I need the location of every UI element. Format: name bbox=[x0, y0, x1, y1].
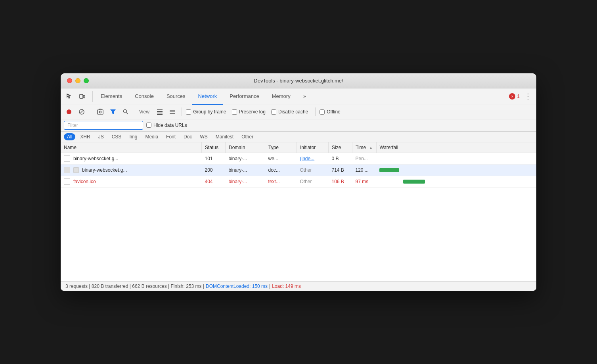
filter-other[interactable]: Other bbox=[238, 133, 256, 140]
filter-js[interactable]: JS bbox=[95, 133, 107, 140]
row-checkbox[interactable] bbox=[64, 155, 70, 162]
toolbar-separator-2 bbox=[135, 107, 135, 116]
tab-sources[interactable]: Sources bbox=[160, 88, 192, 105]
file-icon bbox=[73, 167, 79, 173]
cell-size: 106 B bbox=[329, 176, 352, 187]
svg-rect-14 bbox=[157, 114, 163, 115]
type-filter-bar: All XHR JS CSS Img Media Font Doc WS Man… bbox=[61, 132, 536, 142]
col-header-name[interactable]: Name bbox=[61, 142, 202, 153]
svg-rect-11 bbox=[157, 109, 163, 110]
view-large-button[interactable] bbox=[167, 107, 178, 117]
svg-line-6 bbox=[80, 111, 83, 113]
filter-doc[interactable]: Doc bbox=[180, 133, 195, 140]
error-icon: ✕ bbox=[509, 93, 515, 100]
cell-type: doc... bbox=[265, 164, 297, 176]
tab-memory[interactable]: Memory bbox=[266, 88, 297, 105]
load-time: Load: 149 ms bbox=[272, 284, 301, 289]
filter-all[interactable]: All bbox=[64, 133, 75, 140]
cell-name: favicon.ico bbox=[61, 176, 202, 187]
svg-line-10 bbox=[126, 113, 128, 115]
cell-size: 714 B bbox=[329, 164, 352, 176]
cell-status: 200 bbox=[202, 164, 226, 176]
status-text: 3 requests | 820 B transferred | 662 B r… bbox=[65, 284, 204, 289]
tab-console[interactable]: Console bbox=[128, 88, 160, 105]
filter-bar: Hide data URLs bbox=[61, 119, 536, 132]
svg-point-8 bbox=[100, 111, 101, 113]
filter-input[interactable] bbox=[64, 121, 143, 130]
clear-button[interactable] bbox=[77, 107, 87, 117]
cell-time: 97 ms bbox=[352, 176, 376, 187]
offline-checkbox[interactable]: Offline bbox=[320, 109, 340, 115]
table-row[interactable]: binary-websocket.g... 101 binary-... we.… bbox=[61, 153, 536, 164]
nav-tabs: Elements Console Sources Network Perform… bbox=[94, 88, 509, 105]
maximize-button[interactable] bbox=[84, 78, 89, 83]
filter-media[interactable]: Media bbox=[142, 133, 161, 140]
filter-font[interactable]: Font bbox=[163, 133, 179, 140]
cell-status: 404 bbox=[202, 176, 226, 187]
filter-manifest[interactable]: Manifest bbox=[212, 133, 237, 140]
record-button[interactable] bbox=[64, 107, 74, 117]
col-header-type[interactable]: Type bbox=[265, 142, 297, 153]
view-list-button[interactable] bbox=[155, 107, 165, 117]
svg-rect-12 bbox=[157, 111, 163, 112]
device-mode-icon[interactable] bbox=[77, 91, 88, 102]
col-header-domain[interactable]: Domain bbox=[226, 142, 265, 153]
traffic-lights bbox=[67, 78, 89, 83]
tab-more[interactable]: » bbox=[297, 88, 312, 105]
nav-bar: Elements Console Sources Network Perform… bbox=[61, 88, 536, 105]
preserve-log-checkbox[interactable]: Preserve log bbox=[232, 109, 266, 115]
inspect-element-icon[interactable] bbox=[64, 91, 75, 102]
col-header-size[interactable]: Size bbox=[329, 142, 352, 153]
cell-waterfall bbox=[376, 153, 536, 164]
table-row[interactable]: favicon.ico 404 binary-... text... Other… bbox=[61, 176, 536, 187]
svg-rect-1 bbox=[83, 95, 85, 98]
col-header-waterfall[interactable]: Waterfall bbox=[376, 142, 536, 153]
table-header-row: Name Status Domain Type Initiator bbox=[61, 142, 536, 153]
filter-xhr[interactable]: XHR bbox=[77, 133, 93, 140]
error-count: 1 bbox=[517, 94, 520, 99]
hide-data-urls-checkbox[interactable]: Hide data URLs bbox=[146, 123, 187, 128]
group-by-frame-checkbox[interactable]: Group by frame bbox=[186, 109, 226, 115]
row-checkbox[interactable] bbox=[64, 167, 70, 173]
nav-icons bbox=[64, 91, 93, 102]
status-bar: 3 requests | 820 B transferred | 662 B r… bbox=[61, 281, 536, 291]
svg-text:✕: ✕ bbox=[511, 95, 513, 98]
tab-network[interactable]: Network bbox=[192, 88, 224, 105]
col-header-initiator[interactable]: Initiator bbox=[297, 142, 329, 153]
disable-cache-checkbox[interactable]: Disable cache bbox=[271, 109, 308, 115]
toolbar-separator-3 bbox=[182, 107, 182, 116]
cell-waterfall bbox=[376, 176, 536, 187]
svg-point-9 bbox=[124, 110, 127, 113]
filter-img[interactable]: Img bbox=[126, 133, 140, 140]
table-row[interactable]: binary-websocket.g... 200 binary-... doc… bbox=[61, 164, 536, 176]
more-options-icon[interactable]: ⋮ bbox=[523, 92, 533, 101]
cell-type: we... bbox=[265, 153, 297, 164]
requests-table: Name Status Domain Type Initiator bbox=[61, 142, 536, 188]
svg-rect-13 bbox=[157, 113, 163, 113]
cell-initiator: Other bbox=[297, 176, 329, 187]
svg-rect-0 bbox=[80, 94, 83, 98]
filter-css[interactable]: CSS bbox=[109, 133, 125, 140]
cell-waterfall bbox=[376, 164, 536, 176]
cell-initiator: (inde... bbox=[297, 153, 329, 164]
cell-domain: binary-... bbox=[226, 153, 265, 164]
view-label: View: bbox=[139, 109, 151, 115]
tab-performance[interactable]: Performance bbox=[223, 88, 265, 105]
devtools-body: Elements Console Sources Network Perform… bbox=[61, 88, 536, 291]
minimize-button[interactable] bbox=[75, 78, 80, 83]
col-header-time[interactable]: Time ▲ bbox=[352, 142, 376, 153]
filter-ws[interactable]: WS bbox=[197, 133, 210, 140]
cell-time: Pen... bbox=[352, 153, 376, 164]
cell-initiator: Other bbox=[297, 164, 329, 176]
filter-button[interactable] bbox=[108, 107, 118, 117]
svg-point-4 bbox=[67, 109, 71, 114]
tab-elements[interactable]: Elements bbox=[94, 88, 128, 105]
close-button[interactable] bbox=[67, 78, 72, 83]
col-header-status[interactable]: Status bbox=[202, 142, 226, 153]
screenshot-button[interactable] bbox=[95, 107, 105, 117]
row-checkbox[interactable] bbox=[64, 178, 70, 185]
sort-icon: ▲ bbox=[369, 146, 373, 150]
cell-size: 0 B bbox=[329, 153, 352, 164]
search-button[interactable] bbox=[121, 107, 131, 117]
cell-type: text... bbox=[265, 176, 297, 187]
